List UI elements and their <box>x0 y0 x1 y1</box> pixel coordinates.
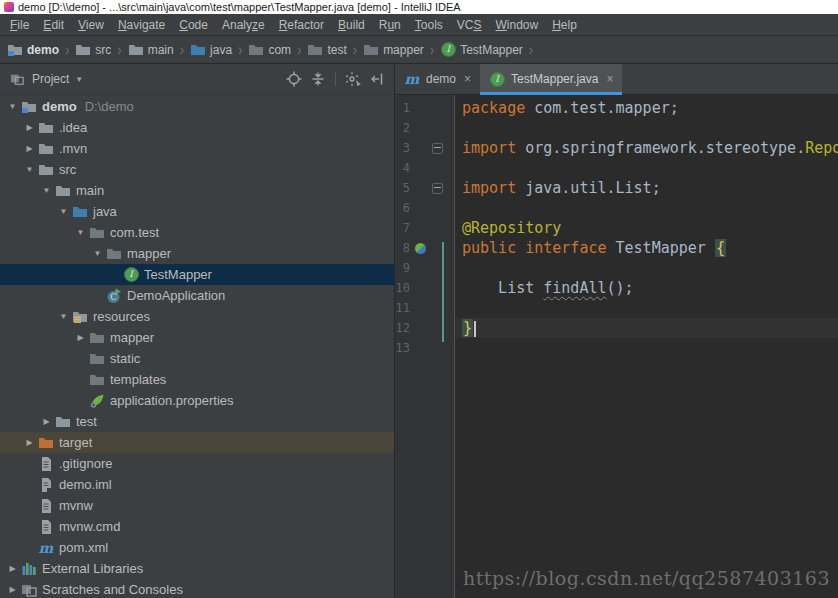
expand-arrow-icon[interactable]: ▶ <box>21 438 38 447</box>
tree-item-testmapper[interactable]: ITestMapper <box>0 264 394 285</box>
expand-arrow-icon[interactable]: ▶ <box>72 333 89 342</box>
tree-item-application-properties[interactable]: application.properties <box>0 390 394 411</box>
line-number: 13 <box>395 338 410 358</box>
expand-arrow-icon[interactable]: ▼ <box>4 102 21 111</box>
gutter-line-10[interactable]: 10 <box>395 278 454 298</box>
menu-code[interactable]: Code <box>172 18 215 32</box>
tree-item-src[interactable]: ▼src <box>0 159 394 180</box>
collapse-all-icon[interactable] <box>309 70 327 88</box>
gutter-line-4[interactable]: 4 <box>395 158 454 178</box>
tree-item-demo[interactable]: ▼demoD:\demo <box>0 96 394 117</box>
menu-window[interactable]: Window <box>488 18 545 32</box>
tree-item-scratches-and-consoles[interactable]: ▶Scratches and Consoles <box>0 579 394 598</box>
menu-view[interactable]: View <box>71 18 111 32</box>
tab-demo[interactable]: mdemo× <box>395 64 480 94</box>
menu-refactor[interactable]: Refactor <box>272 18 331 32</box>
crumb-java[interactable]: java <box>188 42 234 58</box>
gutter-line-2[interactable]: 2 <box>395 118 454 138</box>
crumb-mapper[interactable]: mapper <box>361 42 426 58</box>
tree-item-main[interactable]: ▼main <box>0 180 394 201</box>
gutter-line-5[interactable]: 5 <box>395 178 454 198</box>
menu-build[interactable]: Build <box>331 18 372 32</box>
tree-item-mvnw[interactable]: mvnw <box>0 495 394 516</box>
tree-item-com-test[interactable]: ▼com.test <box>0 222 394 243</box>
fold-icon[interactable] <box>432 143 443 154</box>
close-icon[interactable]: × <box>606 72 613 86</box>
menu-analyze[interactable]: Analyze <box>215 18 272 32</box>
tree-item-java[interactable]: ▼java <box>0 201 394 222</box>
tree-item-mvnw-cmd[interactable]: mvnw.cmd <box>0 516 394 537</box>
expand-arrow-icon[interactable]: ▼ <box>55 312 72 321</box>
code-line-9 <box>455 258 838 278</box>
expand-arrow-icon[interactable]: ▶ <box>4 585 21 594</box>
tree-item-label: .idea <box>59 120 87 135</box>
expand-arrow-icon[interactable]: ▼ <box>72 228 89 237</box>
tree-item-mapper[interactable]: ▶mapper <box>0 327 394 348</box>
menu-file[interactable]: File <box>3 18 36 32</box>
crumb-src[interactable]: src <box>73 42 113 58</box>
code-editor[interactable]: 12345678910111213 package com.test.mappe… <box>395 95 838 598</box>
menu-vcs[interactable]: VCS <box>450 18 489 32</box>
expand-arrow-icon[interactable]: ▶ <box>21 144 38 153</box>
tab-testmapper-java[interactable]: ITestMapper.java× <box>480 64 622 94</box>
menu-run[interactable]: Run <box>372 18 408 32</box>
gutter-line-3[interactable]: 3 <box>395 138 454 158</box>
expand-arrow-icon[interactable]: ▼ <box>38 186 55 195</box>
menu-tools[interactable]: Tools <box>408 18 450 32</box>
tree-item-label: templates <box>110 372 166 387</box>
tree-item-label: application.properties <box>110 393 234 408</box>
crumb-testmapper[interactable]: ITestMapper <box>438 42 525 58</box>
tree-item-path: D:\demo <box>85 99 134 114</box>
locate-icon[interactable] <box>285 70 303 88</box>
gutter-line-12[interactable]: 12 <box>395 318 454 338</box>
settings-icon[interactable] <box>344 70 362 88</box>
gutter-line-9[interactable]: 9 <box>395 258 454 278</box>
tree-item-label: TestMapper <box>144 267 212 282</box>
editor-gutter[interactable]: 12345678910111213 <box>395 95 455 598</box>
tree-item-templates[interactable]: templates <box>0 369 394 390</box>
tree-item-mapper[interactable]: ▼mapper <box>0 243 394 264</box>
tree-item-test[interactable]: ▶test <box>0 411 394 432</box>
gutter-line-8[interactable]: 8 <box>395 238 454 258</box>
crumb-demo[interactable]: demo <box>5 42 61 58</box>
project-panel-title[interactable]: Project <box>32 72 69 86</box>
gutter-line-1[interactable]: 1 <box>395 98 454 118</box>
expand-arrow-icon[interactable]: ▼ <box>89 249 106 258</box>
tree-item-resources[interactable]: ▼resources <box>0 306 394 327</box>
expand-arrow-icon[interactable]: ▼ <box>55 207 72 216</box>
menu-edit[interactable]: Edit <box>36 18 71 32</box>
crumb-com[interactable]: com <box>246 42 293 58</box>
tree-item-pom-xml[interactable]: mpom.xml <box>0 537 394 558</box>
menu-help[interactable]: Help <box>545 18 584 32</box>
tree-item-external-libraries[interactable]: ▶External Libraries <box>0 558 394 579</box>
fold-icon[interactable] <box>432 183 443 194</box>
line-number: 1 <box>395 98 410 118</box>
gutter-line-11[interactable]: 11 <box>395 298 454 318</box>
tree-item-static[interactable]: static <box>0 348 394 369</box>
chevron-down-icon[interactable]: ▼ <box>75 75 83 84</box>
hide-panel-icon[interactable] <box>368 70 386 88</box>
tree-item-mvn[interactable]: ▶.mvn <box>0 138 394 159</box>
crumb-test[interactable]: test <box>305 42 348 58</box>
code-lines[interactable]: package com.test.mapper;import org.sprin… <box>455 95 838 598</box>
crumb-main[interactable]: main <box>126 42 176 58</box>
expand-arrow-icon[interactable]: ▶ <box>21 123 38 132</box>
gutter-line-6[interactable]: 6 <box>395 198 454 218</box>
gutter-line-7[interactable]: 7 <box>395 218 454 238</box>
code-line-12: } <box>455 318 838 338</box>
tree-item-demo-iml[interactable]: demo.iml <box>0 474 394 495</box>
expand-arrow-icon[interactable]: ▼ <box>21 165 38 174</box>
tree-item-demoapplication[interactable]: CDemoApplication <box>0 285 394 306</box>
tree-item-target[interactable]: ▶target <box>0 432 394 453</box>
expand-arrow-icon[interactable]: ▶ <box>38 417 55 426</box>
expand-arrow-icon[interactable]: ▶ <box>4 564 21 573</box>
idea-window: demo [D:\\demo] - ...\src\main\java\com\… <box>0 0 838 598</box>
code-line-1: package com.test.mapper; <box>455 98 838 118</box>
menu-navigate[interactable]: Navigate <box>111 18 172 32</box>
tree-item-idea[interactable]: ▶.idea <box>0 117 394 138</box>
tree-item-gitignore[interactable]: .gitignore <box>0 453 394 474</box>
close-icon[interactable]: × <box>464 72 471 86</box>
tree-item-label: src <box>59 162 76 177</box>
gutter-line-13[interactable]: 13 <box>395 338 454 358</box>
spring-bean-icon[interactable] <box>415 243 426 254</box>
